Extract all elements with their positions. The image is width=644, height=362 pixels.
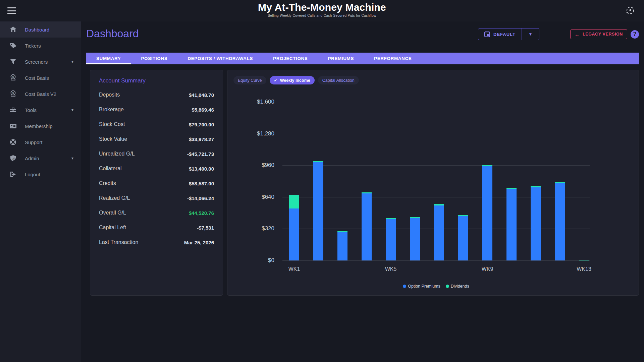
summary-row-value: $79,700.00 <box>189 122 214 127</box>
summary-row-label: Brokerage <box>99 107 124 113</box>
account-summary-panel: Account Summary Deposits$41,048.70Broker… <box>90 70 223 296</box>
sidebar-item-screeners[interactable]: Screeners▾ <box>0 54 81 70</box>
svg-text:$: $ <box>12 92 14 95</box>
bar-wk10-option-premiums <box>506 189 517 260</box>
sidebar-item-admin[interactable]: eAdmin▾ <box>0 150 81 166</box>
bar-wk1-option-premiums <box>289 208 299 260</box>
summary-row-label: Last Transaction <box>99 239 138 245</box>
sidebar-item-cost-basis-v2[interactable]: $Cost Basis V2 <box>0 86 81 102</box>
home-icon <box>9 25 17 34</box>
sidebar-item-support[interactable]: Support <box>0 134 81 150</box>
summary-row-value: -$14,066.24 <box>187 195 214 201</box>
summary-row-label: Deposits <box>99 92 120 98</box>
summary-row-value: $41,048.70 <box>189 92 214 98</box>
bar-wk3-option-premiums <box>337 232 347 260</box>
summary-row-realized-g-l: Realized G/L-$14,066.24 <box>99 191 214 205</box>
gridline <box>282 197 590 197</box>
account-summary-title: Account Summary <box>99 77 214 84</box>
layout-icon <box>484 32 490 37</box>
sync-icon[interactable] <box>624 4 637 17</box>
summary-row-capital-left: Capital Left-$7,531 <box>99 220 214 235</box>
sidebar-item-label: Screeners <box>25 59 71 65</box>
sidebar-item-tickers[interactable]: Tickers <box>0 38 81 54</box>
sidebar-item-membership[interactable]: Membership <box>0 118 81 134</box>
sidebar-item-label: Logout <box>25 172 73 177</box>
legend-option-premiums: Option Premiums <box>403 284 440 289</box>
summary-row-deposits: Deposits$41,048.70 <box>99 87 214 102</box>
bar-wk7-option-premiums <box>434 205 444 260</box>
gridline <box>282 134 590 134</box>
y-axis-tick-label: $960 <box>227 162 274 169</box>
bar-wk13-dividends <box>579 260 589 261</box>
sidebar-item-label: Admin <box>25 156 71 161</box>
tab-projections[interactable]: PROJECTIONS <box>263 53 318 64</box>
tab-positions[interactable]: POSITIONS <box>131 53 177 64</box>
bar-wk2-option-premiums <box>313 162 323 260</box>
sidebar-item-cost-basis[interactable]: $Cost Basis <box>0 70 81 86</box>
sidebar-item-logout[interactable]: Logout <box>0 166 81 182</box>
y-axis-tick-label: $320 <box>227 225 274 232</box>
bar-wk9-dividends <box>482 165 492 166</box>
bar-wk7-dividends <box>434 204 444 205</box>
bar-wk2-dividends <box>313 161 323 162</box>
help-icon[interactable]: ? <box>631 30 639 39</box>
bar-wk4-dividends <box>362 192 372 193</box>
bar-wk8-option-premiums <box>458 216 468 260</box>
bar-wk4-option-premiums <box>362 193 372 260</box>
bar-wk12-option-premiums <box>555 183 565 260</box>
summary-row-label: Stock Cost <box>99 121 125 127</box>
legacy-version-button[interactable]: ← LEGACY VERSION <box>570 29 627 39</box>
bar-wk10-dividends <box>506 188 517 189</box>
bar-wk12-dividends <box>555 182 565 183</box>
gridline <box>282 165 590 166</box>
bar-wk6-option-premiums <box>410 218 420 260</box>
gridline <box>282 260 590 261</box>
logout-icon <box>9 170 17 179</box>
bar-wk5-option-premiums <box>386 219 396 260</box>
bar-wk5-dividends <box>386 218 396 219</box>
chart-legend: Option PremiumsDividends <box>282 284 590 289</box>
summary-row-overall-g-l: Overall G/L$44,520.76 <box>99 205 214 220</box>
shield-icon: e <box>9 154 17 163</box>
tab-summary[interactable]: SUMMARY <box>86 53 131 64</box>
life-ring-icon <box>9 138 17 146</box>
tab-deposits-withdrawals[interactable]: DEPOSITS / WITHDRAWALS <box>177 53 263 64</box>
chevron-down-icon: ▼ <box>529 32 533 37</box>
sidebar-item-label: Tools <box>25 107 71 113</box>
y-axis-tick-label: $0 <box>227 257 274 264</box>
sidebar-item-dashboard[interactable]: Dashboard <box>0 21 81 38</box>
summary-row-value: $5,869.46 <box>192 107 214 113</box>
default-button[interactable]: DEFAULT <box>478 28 522 40</box>
app-header: My At-The-Money Machine Selling Weekly C… <box>0 0 644 21</box>
y-axis-tick-label: $1,600 <box>227 99 274 105</box>
summary-row-stock-cost: Stock Cost$79,700.00 <box>99 117 214 132</box>
bar-wk9-option-premiums <box>482 166 492 260</box>
summary-row-label: Credits <box>99 180 116 186</box>
chevron-down-icon: ▾ <box>71 108 73 112</box>
svg-text:e: e <box>14 158 15 160</box>
legend-label: Dividends <box>451 284 469 289</box>
arrow-left-icon: ← <box>575 32 580 37</box>
toolbar: DEFAULT ▼ ← LEGACY VERSION ? <box>478 28 639 40</box>
summary-row-stock-value: Stock Value$33,978.27 <box>99 132 214 146</box>
id-card-icon <box>9 122 17 130</box>
bar-wk1-dividends <box>289 195 299 208</box>
summary-row-label: Overall G/L <box>99 210 126 216</box>
x-axis-tick-label: WK5 <box>377 266 404 272</box>
tab-premiums[interactable]: PREMIUMS <box>318 53 364 64</box>
summary-row-label: Realized G/L <box>99 195 130 201</box>
x-axis-tick-label: WK9 <box>474 266 501 272</box>
app-title: My At-The-Money Machine <box>0 2 644 13</box>
summary-row-brokerage: Brokerage$5,869.46 <box>99 102 214 117</box>
tab-bar: SUMMARYPOSITIONSDEPOSITS / WITHDRAWALSPR… <box>86 53 639 64</box>
legend-dividends: Dividends <box>446 284 469 289</box>
summary-row-label: Unrealized G/L <box>99 151 135 157</box>
summary-row-value: -$45,721.73 <box>187 151 214 157</box>
sidebar-item-label: Cost Basis <box>25 75 73 81</box>
sidebar-item-label: Support <box>25 139 73 145</box>
tab-performance[interactable]: PERFORMANCE <box>364 53 422 64</box>
default-dropdown-button[interactable]: ▼ <box>522 28 539 40</box>
summary-row-value: $44,520.76 <box>189 210 214 216</box>
sidebar-item-tools[interactable]: Tools▾ <box>0 102 81 118</box>
bar-wk8-dividends <box>458 215 468 216</box>
